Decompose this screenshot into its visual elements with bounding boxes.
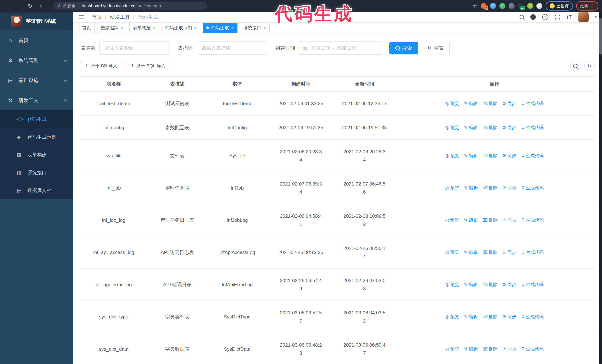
action-sync-link[interactable]: ⟳同步 — [503, 282, 516, 288]
browser-forward-icon[interactable]: → — [13, 3, 24, 9]
action-edit-link[interactable]: ✎编辑 — [464, 346, 478, 352]
action-delete-link[interactable]: ⌧删除 — [483, 101, 498, 106]
avatar-caret-icon[interactable]: ▾ — [595, 15, 597, 19]
sidebar-item-codegen[interactable]: </>代码生成 — [0, 110, 73, 128]
help-icon[interactable]: ? — [542, 14, 548, 20]
sidebar-item-form-build[interactable]: ▦表单构建 — [0, 146, 73, 164]
tab-close-icon[interactable]: × — [153, 26, 156, 30]
action-edit-link[interactable]: ✎编辑 — [464, 217, 478, 223]
sidebar-item-api[interactable]: ▥系统接口 — [0, 164, 73, 181]
sidebar-item-db-doc[interactable]: ▤数据库文档 — [0, 181, 73, 199]
page-scrollbar[interactable] — [599, 12, 602, 364]
fullscreen-icon[interactable] — [555, 14, 560, 20]
action-preview-link[interactable]: ◎预览 — [445, 346, 459, 352]
bookmark-star-icon[interactable]: ☆ — [473, 3, 478, 9]
action-delete-link[interactable]: ⌧删除 — [483, 153, 498, 159]
action-delete-link[interactable]: ⌧删除 — [483, 125, 498, 131]
search-button[interactable]: 搜索 — [389, 42, 418, 54]
search-icon[interactable] — [520, 15, 524, 19]
action-generate-link[interactable]: ↧生成代码 — [521, 185, 544, 191]
breadcrumb-devtools[interactable]: 研发工具 — [110, 14, 130, 20]
scrollbar-thumb[interactable] — [599, 18, 602, 55]
action-delete-link[interactable]: ⌧删除 — [483, 314, 498, 320]
action-generate-link[interactable]: ↧生成代码 — [521, 217, 544, 223]
extension-puzzle-icon[interactable] — [537, 3, 542, 9]
action-edit-link[interactable]: ✎编辑 — [464, 250, 478, 255]
browser-reload-icon[interactable]: ↻ — [24, 3, 36, 9]
tab-链路追踪[interactable]: 链路追踪× — [97, 23, 127, 33]
breadcrumb-home[interactable]: 首页 — [92, 14, 102, 20]
browser-update-button[interactable]: 更新 ⋮ — [576, 1, 598, 10]
action-generate-link[interactable]: ↧生成代码 — [521, 282, 544, 288]
hamburger-icon[interactable] — [78, 15, 85, 19]
action-delete-link[interactable]: ⌧删除 — [483, 282, 498, 288]
action-generate-link[interactable]: ↧生成代码 — [521, 250, 544, 255]
action-preview-link[interactable]: ◎预览 — [445, 153, 459, 159]
browser-back-icon[interactable]: ← — [2, 3, 13, 9]
action-edit-link[interactable]: ✎编辑 — [464, 153, 478, 159]
profile-paused-badge[interactable]: 已暂停 — [546, 1, 573, 10]
action-generate-link[interactable]: ↧生成代码 — [521, 346, 544, 352]
action-preview-link[interactable]: ◎预览 — [445, 217, 459, 223]
tab-close-icon[interactable]: × — [263, 26, 266, 30]
tab-系统接口[interactable]: 系统接口× — [240, 23, 270, 33]
browser-home-icon[interactable]: ⌂ — [36, 3, 47, 9]
extension-dark-icon[interactable]: on — [518, 3, 524, 9]
action-sync-link[interactable]: ⟳同步 — [503, 101, 516, 106]
table-name-input[interactable] — [99, 42, 170, 55]
action-sync-link[interactable]: ⟳同步 — [503, 250, 516, 255]
user-avatar[interactable] — [578, 12, 589, 22]
refresh-table-button[interactable]: ↻ — [584, 61, 595, 71]
action-preview-link[interactable]: ◎预览 — [445, 101, 459, 106]
action-generate-link[interactable]: ↧生成代码 — [521, 125, 544, 131]
browser-menu-icon[interactable]: ⋮ — [590, 3, 594, 9]
tab-代码生成[interactable]: 代码生成× — [203, 23, 237, 33]
tab-close-icon[interactable]: × — [121, 26, 123, 30]
action-edit-link[interactable]: ✎编辑 — [464, 282, 478, 288]
action-edit-link[interactable]: ✎编辑 — [464, 125, 478, 131]
action-sync-link[interactable]: ⟳同步 — [503, 217, 516, 223]
tab-表单构建[interactable]: 表单构建× — [129, 23, 159, 33]
table-desc-input[interactable] — [197, 42, 267, 55]
action-generate-link[interactable]: ↧生成代码 — [521, 153, 544, 159]
sidebar-item-home[interactable]: ⌂首页 — [0, 30, 73, 50]
action-preview-link[interactable]: ◎预览 — [445, 314, 459, 320]
action-edit-link[interactable]: ✎编辑 — [464, 314, 478, 320]
extension-gray-icon[interactable] — [509, 3, 515, 9]
action-preview-link[interactable]: ◎预览 — [445, 282, 459, 288]
reset-button[interactable]: ↻ 重置 — [422, 42, 450, 54]
sidebar-item-codegen-demo[interactable]: ◈代码生成示例 — [0, 128, 73, 146]
action-edit-link[interactable]: ✎编辑 — [464, 101, 478, 106]
sidebar-item-system[interactable]: ⚙系统管理 — [0, 50, 73, 70]
tab-close-icon[interactable]: × — [194, 26, 197, 30]
action-sync-link[interactable]: ⟳同步 — [503, 153, 516, 159]
show-search-toggle-button[interactable] — [570, 61, 580, 71]
tab-close-icon[interactable]: × — [231, 26, 234, 30]
tab-首页[interactable]: 首页 — [78, 23, 95, 33]
import-sql-button[interactable]: ↥ 基于 SQL 导入 — [126, 61, 171, 71]
action-preview-link[interactable]: ◎预览 — [445, 125, 459, 131]
action-preview-link[interactable]: ◎预览 — [445, 185, 459, 191]
app-logo-row[interactable]: 芋道管理系统 — [0, 12, 73, 30]
sidebar-item-infra[interactable]: ▤基础设施 — [0, 70, 73, 90]
action-delete-link[interactable]: ⌧删除 — [483, 250, 498, 255]
action-sync-link[interactable]: ⟳同步 — [503, 125, 516, 131]
action-generate-link[interactable]: ↧生成代码 — [521, 314, 544, 320]
address-bar[interactable]: ⚠ 不安全 dashboard.yudao.iocoder.cn/tool/co… — [53, 2, 207, 10]
action-sync-link[interactable]: ⟳同步 — [503, 185, 516, 191]
action-sync-link[interactable]: ⟳同步 — [503, 346, 516, 352]
import-db-button[interactable]: ↥ 基于 DB 导入 — [80, 61, 122, 71]
action-generate-link[interactable]: ↧生成代码 — [521, 101, 544, 106]
action-delete-link[interactable]: ⌧删除 — [483, 185, 498, 191]
extension-blue-icon[interactable] — [490, 3, 496, 9]
font-size-icon[interactable]: tT — [567, 14, 572, 20]
extension-shield-icon[interactable] — [499, 3, 505, 9]
action-delete-link[interactable]: ⌧删除 — [483, 217, 498, 223]
tab-代码生成示例[interactable]: 代码生成示例× — [161, 23, 200, 33]
extension-orange-icon[interactable]: 1 — [481, 3, 487, 9]
action-edit-link[interactable]: ✎编辑 — [464, 185, 478, 191]
extension-green-icon[interactable] — [527, 3, 533, 9]
github-icon[interactable] — [530, 14, 536, 20]
action-preview-link[interactable]: ◎预览 — [445, 250, 459, 255]
action-sync-link[interactable]: ⟳同步 — [503, 314, 516, 320]
